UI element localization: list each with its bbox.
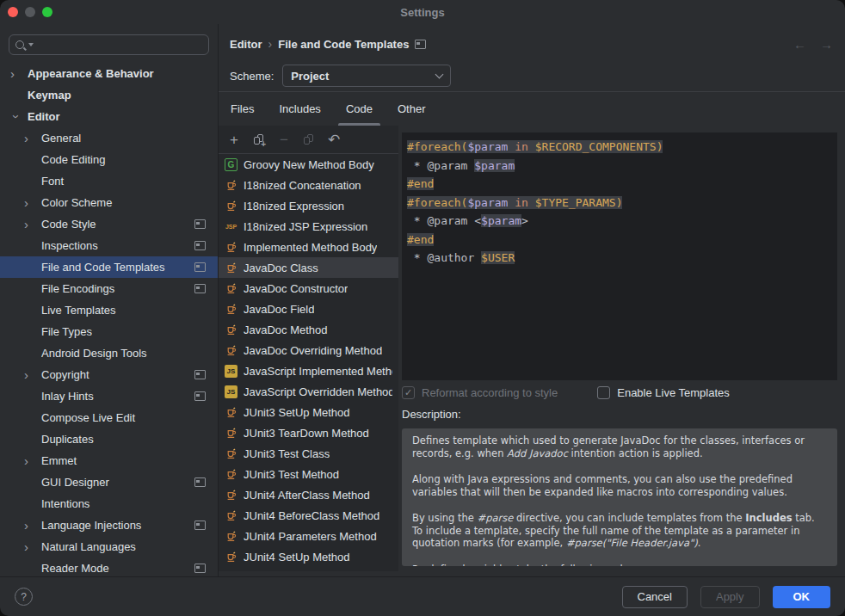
description-label: Description:	[402, 404, 837, 423]
template-item-junit4-setup-method[interactable]: JUnit4 SetUp Method	[219, 546, 398, 567]
template-item-junit4-beforeclass-method[interactable]: JUnit4 BeforeClass Method	[219, 505, 398, 526]
sidebar-item-appearance-behavior[interactable]: ›Appearance & Behavior	[0, 63, 218, 84]
add-child-icon[interactable]: +	[252, 134, 266, 145]
sidebar-item-keymap[interactable]: Keymap	[0, 84, 218, 106]
apply-button[interactable]: Apply	[700, 586, 760, 608]
description-panel[interactable]: Defines template which used to generate …	[402, 428, 837, 566]
reset-to-default-icon[interactable]: ↶	[327, 132, 341, 147]
add-icon[interactable]: +	[227, 132, 241, 147]
template-item-i18nized-concatenation[interactable]: I18nized Concatenation	[219, 175, 398, 195]
chevron-collapsed-icon[interactable]: ›	[24, 218, 41, 231]
tab-files[interactable]: Files	[231, 92, 254, 126]
template-item-javadoc-class[interactable]: JavaDoc Class	[219, 257, 398, 278]
template-item-javadoc-method[interactable]: JavaDoc Method	[219, 319, 398, 340]
sidebar-item-emmet[interactable]: ›Emmet	[0, 450, 218, 471]
sidebar-item-intentions[interactable]: Intentions	[0, 493, 218, 514]
sidebar-item-inspections[interactable]: Inspections	[0, 235, 218, 256]
chevron-collapsed-icon[interactable]: ›	[24, 368, 41, 381]
cancel-button[interactable]: Cancel	[622, 586, 688, 608]
template-item-label: JUnit4 AfterClass Method	[244, 489, 370, 502]
chevron-collapsed-icon[interactable]: ›	[24, 132, 41, 145]
template-item-javadoc-constructor[interactable]: JavaDoc Constructor	[219, 278, 398, 299]
close-button[interactable]	[8, 7, 18, 17]
sidebar-item-general[interactable]: ›General	[0, 127, 218, 149]
template-item-label: JUnit3 Test Class	[244, 447, 330, 460]
live-templates-checkbox[interactable]	[597, 386, 610, 399]
description-paragraph: By using the #parse directive, you can i…	[412, 512, 827, 550]
template-item-junit4-afterclass-method[interactable]: JUnit4 AfterClass Method	[219, 484, 398, 505]
reformat-checkbox[interactable]	[402, 386, 415, 399]
scheme-select[interactable]: Project	[282, 65, 451, 87]
minimize-button[interactable]	[25, 7, 35, 17]
chevron-expanded-icon[interactable]: ›	[10, 110, 23, 123]
window-controls	[8, 7, 52, 17]
sidebar-item-android-design-tools[interactable]: Android Design Tools	[0, 342, 218, 364]
live-templates-label: Enable Live Templates	[617, 386, 730, 399]
sidebar-item-code-editing[interactable]: Code Editing	[0, 149, 218, 170]
sidebar-item-compose-live-edit[interactable]: Compose Live Edit	[0, 407, 218, 428]
template-item-groovy-new-method-body[interactable]: GGroovy New Method Body	[219, 154, 398, 175]
sidebar-item-code-style[interactable]: ›Code Style	[0, 213, 218, 235]
chevron-collapsed-icon[interactable]: ›	[24, 519, 41, 532]
sidebar-item-editor[interactable]: ›Editor	[0, 106, 218, 127]
template-item-junit3-test-method[interactable]: JUnit3 Test Method	[219, 464, 398, 484]
footer-buttons: Cancel Apply OK	[622, 586, 831, 608]
sidebar-item-label: Font	[41, 175, 218, 188]
template-item-junit3-setup-method[interactable]: JUnit3 SetUp Method	[219, 402, 398, 422]
window-title: Settings	[400, 6, 444, 19]
code-line: #foreach($param in $RECORD_COMPONENTS)	[407, 138, 832, 157]
code-line: * @param $param	[407, 157, 832, 176]
sidebar-item-label: Inspections	[41, 239, 194, 252]
sidebar-item-file-types[interactable]: File Types	[0, 321, 218, 342]
sidebar-item-live-templates[interactable]: Live Templates	[0, 299, 218, 321]
sidebar-item-language-injections[interactable]: ›Language Injections	[0, 514, 218, 536]
sidebar-item-duplicates[interactable]: Duplicates	[0, 428, 218, 450]
template-item-i18nized-jsp-expression[interactable]: JSPI18nized JSP Expression	[219, 216, 398, 237]
chevron-collapsed-icon[interactable]: ›	[24, 196, 41, 209]
template-item-i18nized-expression[interactable]: I18nized Expression	[219, 195, 398, 216]
forward-icon[interactable]: →	[820, 37, 833, 52]
sidebar-item-reader-mode[interactable]: Reader Mode	[0, 557, 218, 576]
sidebar-item-inlay-hints[interactable]: Inlay Hints	[0, 385, 218, 407]
ok-button[interactable]: OK	[773, 586, 831, 608]
template-item-javascript-implemented-method[interactable]: JSJavaScript Implemented Method	[219, 360, 398, 381]
sidebar-item-natural-languages[interactable]: ›Natural Languages	[0, 536, 218, 557]
sidebar-item-file-encodings[interactable]: File Encodings	[0, 278, 218, 299]
code-line: #foreach($param in $TYPE_PARAMS)	[407, 194, 832, 213]
sidebar-item-gui-designer[interactable]: GUI Designer	[0, 471, 218, 493]
chevron-collapsed-icon[interactable]: ›	[24, 540, 41, 553]
template-item-label: JUnit3 TearDown Method	[244, 427, 369, 440]
template-item-implemented-method-body[interactable]: Implemented Method Body	[219, 237, 398, 257]
template-item-junit4-parameters-method[interactable]: JUnit4 Parameters Method	[219, 526, 398, 546]
remove-icon: −	[277, 132, 291, 147]
java-class-icon	[225, 282, 237, 295]
template-list-panel: ++−↶ GGroovy New Method BodyI18nized Con…	[219, 126, 398, 571]
tab-includes[interactable]: Includes	[279, 92, 320, 126]
groovy-file-icon: G	[225, 158, 237, 171]
zoom-button[interactable]	[42, 7, 52, 17]
settings-window: Settings ›Appearance & BehaviorKeymap›Ed…	[0, 0, 845, 616]
tab-code[interactable]: Code	[346, 92, 373, 126]
sidebar-item-color-scheme[interactable]: ›Color Scheme	[0, 192, 218, 213]
back-icon[interactable]: ←	[793, 37, 806, 52]
template-item-label: JavaDoc Method	[244, 323, 328, 336]
java-class-icon	[225, 344, 237, 357]
sidebar-item-font[interactable]: Font	[0, 170, 218, 192]
template-item-label: I18nized Concatenation	[244, 179, 361, 192]
template-item-javadoc-overriding-method[interactable]: JavaDoc Overriding Method	[219, 340, 398, 360]
template-item-javascript-overridden-method[interactable]: JSJavaScript Overridden Method	[219, 381, 398, 402]
template-item-junit3-teardown-method[interactable]: JUnit3 TearDown Method	[219, 422, 398, 443]
options-row: Reformat according to style Enable Live …	[402, 380, 837, 404]
search-input[interactable]	[9, 34, 209, 55]
sidebar-item-copyright[interactable]: ›Copyright	[0, 364, 218, 385]
template-item-javadoc-field[interactable]: JavaDoc Field	[219, 299, 398, 319]
chevron-collapsed-icon[interactable]: ›	[24, 454, 41, 467]
template-code-editor[interactable]: #foreach($param in $RECORD_COMPONENTS) *…	[402, 132, 837, 380]
chevron-collapsed-icon[interactable]: ›	[10, 67, 28, 80]
template-item-junit3-test-class[interactable]: JUnit3 Test Class	[219, 443, 398, 464]
reformat-option: Reformat according to style	[402, 386, 558, 399]
breadcrumb-parent[interactable]: Editor	[230, 38, 262, 51]
help-button[interactable]: ?	[15, 588, 33, 606]
tab-other[interactable]: Other	[398, 92, 426, 126]
sidebar-item-file-and-code-templates[interactable]: File and Code Templates	[0, 256, 218, 278]
